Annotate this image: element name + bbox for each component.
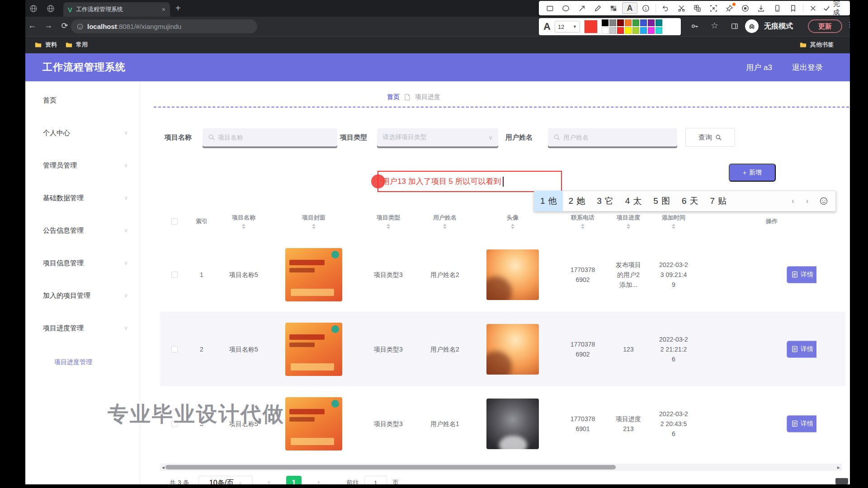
scroll-right-icon[interactable]: ► xyxy=(835,465,842,470)
sidebar-item-notice[interactable]: 公告信息管理∨ xyxy=(25,214,140,247)
ime-prev-icon[interactable]: ‹ xyxy=(792,197,794,205)
color-swatch[interactable] xyxy=(617,19,624,26)
ellipse-tool-icon[interactable] xyxy=(558,2,573,14)
sort-icon[interactable] xyxy=(627,224,630,229)
sidebar-item-projectinfo[interactable]: 项目信息管理∨ xyxy=(25,247,140,279)
color-swatch[interactable] xyxy=(625,27,632,34)
sidebar-item-admin[interactable]: 管理员管理∨ xyxy=(25,149,140,182)
bookmark-flag-icon[interactable] xyxy=(786,2,801,14)
ocr-icon[interactable] xyxy=(706,2,721,14)
pin-icon[interactable] xyxy=(722,2,737,14)
scrollbar-thumb[interactable] xyxy=(165,465,616,469)
font-size-select[interactable]: 12 ▼ xyxy=(555,21,580,33)
current-color-swatch[interactable] xyxy=(584,20,598,33)
breadcrumb-home[interactable]: 首页 xyxy=(387,93,400,101)
emoji-icon[interactable] xyxy=(819,197,828,206)
color-swatch[interactable] xyxy=(648,27,655,34)
detail-button[interactable]: 详情 xyxy=(787,266,816,283)
new-tab-button[interactable]: + xyxy=(175,2,181,14)
confirm-check-icon[interactable] xyxy=(821,2,831,14)
mosaic-tool-icon[interactable] xyxy=(606,2,621,14)
phone-cast-icon[interactable] xyxy=(770,2,785,14)
add-button[interactable]: + 新增 xyxy=(729,164,776,182)
sidebar-item-profile[interactable]: 个人中心∨ xyxy=(25,117,140,149)
color-swatch[interactable] xyxy=(602,19,609,26)
detail-button[interactable]: 详情 xyxy=(787,415,816,432)
color-swatch[interactable] xyxy=(617,27,624,34)
bookmark-folder[interactable]: 资料 xyxy=(34,41,57,49)
color-swatch[interactable] xyxy=(640,19,647,26)
address-bar[interactable]: localhost:8081/#/xiangmujindu xyxy=(71,19,257,33)
sidebar-item-joinedproject[interactable]: 加入的项目管理∨ xyxy=(25,279,140,312)
row-checkbox[interactable] xyxy=(171,272,178,278)
ime-candidate[interactable]: 5图 xyxy=(647,191,676,211)
color-swatch[interactable] xyxy=(640,27,647,34)
color-swatch[interactable] xyxy=(609,27,616,34)
sort-icon[interactable] xyxy=(511,224,514,229)
sidebar-item-basedata[interactable]: 基础数据管理∨ xyxy=(25,182,140,214)
bookmark-folder[interactable]: 常用 xyxy=(65,41,88,49)
color-swatch[interactable] xyxy=(656,27,662,34)
project-type-select[interactable]: 请选择项目类型 ∨ xyxy=(377,128,498,146)
number-badge-tool-icon[interactable]: 1 xyxy=(638,2,653,14)
cancel-icon[interactable] xyxy=(806,2,821,14)
bookmark-star-icon[interactable]: ☆ xyxy=(711,20,718,31)
sort-icon[interactable] xyxy=(387,224,390,229)
rectangle-tool-icon[interactable] xyxy=(542,2,557,14)
color-swatch[interactable] xyxy=(656,19,662,26)
color-swatch[interactable] xyxy=(625,19,632,26)
forward-icon[interactable]: → xyxy=(42,21,54,30)
browser-window-icon[interactable] xyxy=(45,3,56,14)
chevron-down-icon: ∨ xyxy=(124,260,128,266)
reload-icon[interactable]: ⟳ xyxy=(59,21,71,31)
select-all-checkbox[interactable] xyxy=(171,218,178,225)
color-swatch[interactable] xyxy=(632,19,639,26)
sort-icon[interactable] xyxy=(672,224,675,229)
done-label[interactable]: 完成 xyxy=(833,0,846,17)
undo-icon[interactable] xyxy=(658,2,673,14)
side-panel-icon[interactable] xyxy=(731,22,739,32)
sidebar-item-home[interactable]: 首页 xyxy=(25,84,140,117)
sort-icon[interactable] xyxy=(443,224,447,229)
download-icon[interactable] xyxy=(754,2,769,14)
close-tab-icon[interactable]: × xyxy=(162,6,165,13)
other-bookmarks-folder[interactable]: 其他书签 xyxy=(799,41,834,49)
row-checkbox[interactable] xyxy=(171,346,178,352)
sort-icon[interactable] xyxy=(312,224,316,229)
ime-candidate[interactable]: 2她 xyxy=(563,191,591,211)
color-swatch[interactable] xyxy=(609,19,616,26)
color-swatch[interactable] xyxy=(632,27,639,34)
back-icon[interactable]: ← xyxy=(26,21,38,30)
annotation-textbox[interactable]: 用户13 加入了项目 5 所以可以看到 xyxy=(377,171,562,192)
sidebar-item-progress[interactable]: 项目进度管理∨ xyxy=(25,312,140,344)
horizontal-scrollbar[interactable]: ◄ ► xyxy=(160,464,842,471)
current-user: 用户 a3 xyxy=(746,62,772,73)
user-name-input[interactable] xyxy=(548,128,677,146)
detail-button[interactable]: 详情 xyxy=(787,341,816,358)
translate-icon[interactable] xyxy=(690,2,705,14)
search-button[interactable]: 查询 xyxy=(685,128,735,147)
arrow-tool-icon[interactable] xyxy=(575,2,590,14)
ime-candidate[interactable]: 6天 xyxy=(676,191,704,211)
ime-candidate[interactable]: 3它 xyxy=(591,191,619,211)
browser-window-icon[interactable] xyxy=(28,3,39,14)
pen-tool-icon[interactable] xyxy=(590,2,605,14)
browser-tab[interactable]: V 工作流程管理系统 × xyxy=(63,2,170,17)
ime-candidate[interactable]: 4太 xyxy=(619,191,648,211)
sort-icon[interactable] xyxy=(581,224,585,229)
password-key-icon[interactable] xyxy=(691,22,699,32)
update-button[interactable]: 更新 xyxy=(808,19,842,33)
table-row: 1 项目名称5 项目类型3 用户姓名2 17703786902 发布项目的用户2… xyxy=(160,237,845,312)
logout-link[interactable]: 退出登录 xyxy=(792,62,823,73)
ime-candidate[interactable]: 7贴 xyxy=(704,191,732,211)
color-swatch[interactable] xyxy=(648,19,655,26)
ime-candidate[interactable]: 1他 xyxy=(534,191,563,211)
sort-icon[interactable] xyxy=(242,224,245,229)
record-icon[interactable] xyxy=(738,2,753,14)
scissors-icon[interactable] xyxy=(674,2,689,14)
project-name-input[interactable] xyxy=(203,128,337,146)
text-tool-icon[interactable]: A xyxy=(622,2,637,14)
ime-next-icon[interactable]: › xyxy=(806,197,808,205)
sidebar-subitem-progress-active[interactable]: 项目进度管理 xyxy=(25,356,140,369)
color-swatch[interactable] xyxy=(602,27,609,34)
